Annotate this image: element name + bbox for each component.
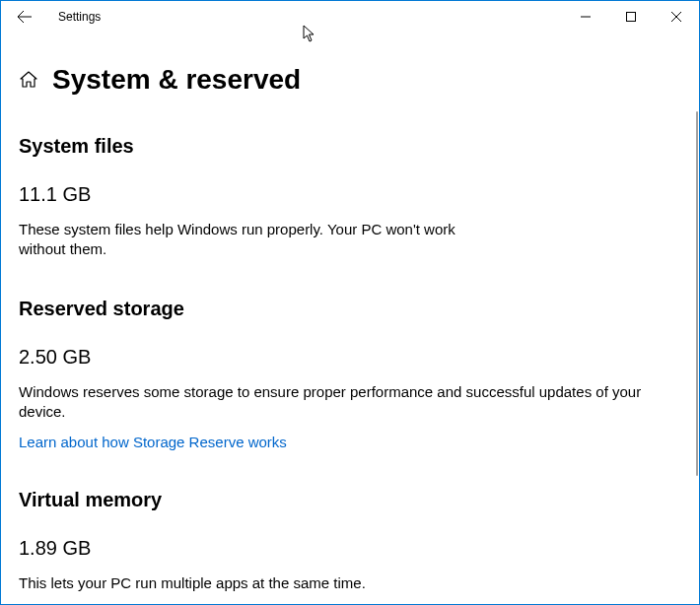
titlebar: Settings [1,1,699,33]
window-controls [563,1,699,33]
system-files-value: 11.1 GB [19,183,681,206]
virtual-memory-value: 1.89 GB [19,537,681,560]
close-icon [671,12,681,22]
minimize-button[interactable] [563,1,608,33]
section-heading: System files [19,135,681,158]
page-title: System & reserved [52,64,301,96]
maximize-icon [626,12,636,22]
maximize-button[interactable] [608,1,654,33]
virtual-memory-description: This lets your PC run multiple apps at t… [19,573,681,593]
reserved-storage-value: 2.50 GB [19,346,681,369]
page-header: System & reserved [19,64,681,96]
home-icon[interactable] [19,70,38,90]
back-button[interactable] [9,1,40,33]
svg-rect-0 [627,13,636,22]
back-arrow-icon [17,9,33,25]
section-heading: Reserved storage [19,298,681,320]
system-files-description: These system files help Windows run prop… [19,220,472,260]
scrollbar-thumb[interactable] [696,111,698,476]
storage-reserve-link[interactable]: Learn about how Storage Reserve works [19,434,287,450]
reserved-storage-description: Windows reserves some storage to ensure … [19,382,681,423]
app-title: Settings [58,10,101,24]
content-area: System & reserved System files 11.1 GB T… [1,33,699,604]
section-virtual-memory: Virtual memory 1.89 GB This lets your PC… [19,489,681,593]
minimize-icon [581,12,591,22]
close-button[interactable] [654,1,699,33]
section-heading: Virtual memory [19,489,681,511]
section-system-files: System files 11.1 GB These system files … [19,135,681,260]
section-reserved-storage: Reserved storage 2.50 GB Windows reserve… [19,298,681,452]
